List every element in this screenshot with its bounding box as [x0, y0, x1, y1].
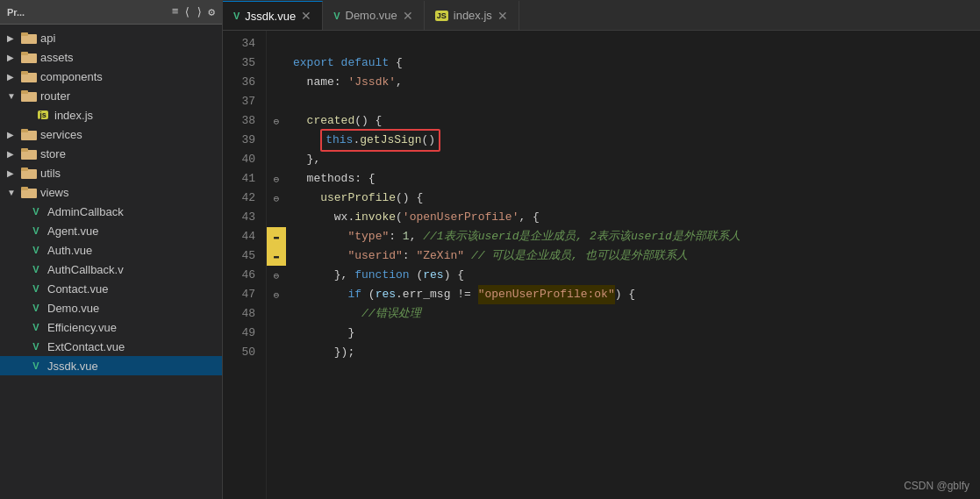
sidebar-item-extcontact[interactable]: V ExtContact.vue [0, 337, 222, 356]
next-icon[interactable]: ⟩ [196, 5, 203, 19]
file-tree: ▶ api ▶ assets ▶ components ▼ router js [0, 25, 222, 499]
code-line-50: }); [286, 343, 980, 362]
folder-icon [21, 70, 37, 82]
arrow-icon: ▶ [7, 53, 21, 62]
folder-icon [21, 167, 37, 179]
line-num: 35 [223, 53, 266, 73]
collapse-icon[interactable]: ≡ [172, 5, 179, 19]
sidebar-item-contact[interactable]: V Contact.vue [0, 279, 222, 298]
code-text [293, 131, 320, 150]
string: "userid" [347, 246, 402, 266]
code-text: () { [396, 189, 423, 208]
sidebar-item-agent[interactable]: V Agent.vue [0, 221, 222, 240]
code-text: ( [410, 266, 424, 285]
keyword: function [354, 266, 409, 285]
function-name: userProfile [320, 189, 396, 208]
vue-file-icon: V [28, 302, 44, 314]
tab-close-button[interactable]: ✕ [497, 10, 508, 22]
method-name: getJsSign [360, 133, 421, 146]
sidebar-item-router[interactable]: ▼ router [0, 86, 222, 105]
sidebar-item-jssdk[interactable]: V Jssdk.vue [0, 356, 222, 375]
sidebar-item-admincallback[interactable]: V AdminCallback [0, 202, 222, 221]
code-text [293, 285, 347, 304]
vue-file-icon: V [28, 340, 44, 353]
code-text: ( [361, 285, 376, 304]
code-text: }, [293, 150, 320, 169]
gutter-cell [267, 208, 286, 227]
code-line-47: if (res.err_msg != "openUserProfile:ok")… [286, 285, 980, 304]
comment: //1表示该userid是企业成员, 2表示该userid是外部联系人 [423, 227, 740, 246]
tab-demo[interactable]: V Demo.vue ✕ [323, 1, 425, 30]
sidebar-item-efficiency[interactable]: V Efficiency.vue [0, 317, 222, 337]
code-line-49: } [286, 324, 980, 343]
svg-rect-9 [21, 129, 28, 132]
code-text: } [293, 324, 354, 343]
code-line-41: methods: { [286, 169, 980, 189]
sidebar-item-auth[interactable]: V Auth.vue [0, 240, 222, 260]
vue-file-icon: V [28, 263, 44, 275]
sidebar-item-label: api [40, 32, 55, 45]
folder-open-icon [21, 89, 37, 102]
folder-icon [21, 51, 37, 63]
sidebar-item-router-index[interactable]: js index.js [0, 105, 222, 125]
line-num: 49 [223, 324, 266, 343]
arrow-icon: ▶ [7, 149, 21, 159]
sidebar-item-label: utils [40, 167, 61, 180]
sidebar-header: Pr... ≡ ⟨ ⟩ ⚙ [0, 0, 222, 25]
sidebar-item-label: store [40, 147, 66, 160]
gutter-cell-arrow: ⊖ [267, 111, 286, 131]
js-tab-icon: JS [435, 11, 448, 21]
sidebar-item-authcallback[interactable]: V AuthCallback.v [0, 260, 222, 279]
code-line-35: export default { [286, 53, 980, 73]
code-line-48: //错误处理 [286, 304, 980, 324]
line-num: 34 [223, 34, 266, 53]
gutter-cell [267, 73, 286, 92]
svg-rect-15 [21, 187, 28, 190]
sidebar-item-services[interactable]: ▶ services [0, 125, 222, 144]
sidebar-item-components[interactable]: ▶ components [0, 67, 222, 86]
prev-icon[interactable]: ⟨ [184, 5, 191, 19]
sidebar-item-demo[interactable]: V Demo.vue [0, 298, 222, 317]
sidebar-item-label: Contact.vue [47, 282, 108, 296]
sidebar-item-label: Agent.vue [47, 225, 99, 238]
string: "openUserProfile:ok" [478, 285, 615, 304]
code-text [293, 246, 347, 266]
string: "type" [347, 227, 389, 246]
sidebar-item-views[interactable]: ▼ views [0, 182, 222, 202]
vue-file-icon: V [28, 360, 44, 372]
code-text: ) { [444, 266, 464, 285]
vue-file-icon: V [28, 225, 44, 237]
sidebar-item-utils[interactable]: ▶ utils [0, 163, 222, 182]
function-name: invoke [354, 208, 396, 227]
folder-open-icon [21, 186, 37, 198]
gutter-cell [267, 34, 286, 53]
code-text: ( [396, 208, 403, 227]
function-name: created [307, 111, 355, 131]
project-title: Pr... [7, 7, 25, 18]
arrow-icon: ▶ [7, 168, 21, 178]
code-text [293, 189, 320, 208]
code-text: wx. [293, 208, 354, 227]
code-line-42: userProfile() { [286, 189, 980, 208]
code-line-40: }, [286, 150, 980, 169]
tab-bar: V Jssdk.vue ✕ V Demo.vue ✕ JS index.js ✕ [223, 0, 980, 31]
tab-label: index.js [454, 9, 492, 22]
line-num: 41 [223, 169, 266, 189]
code-container: 34 35 36 37 38 39 40 41 42 43 44 45 46 4… [223, 31, 980, 499]
line-num: 48 [223, 304, 266, 324]
tab-jssdk[interactable]: V Jssdk.vue ✕ [223, 1, 323, 30]
line-num: 46 [223, 266, 266, 285]
sidebar-item-store[interactable]: ▶ store [0, 144, 222, 163]
gutter-cell [267, 150, 286, 169]
settings-icon[interactable]: ⚙ [208, 5, 215, 19]
tab-index[interactable]: JS index.js ✕ [425, 1, 519, 30]
tab-close-button[interactable]: ✕ [403, 10, 413, 22]
tab-close-button[interactable]: ✕ [301, 10, 311, 22]
sidebar-item-api[interactable]: ▶ api [0, 28, 222, 47]
code-text: .err_msg != [396, 285, 478, 304]
sidebar-item-label: Auth.vue [47, 244, 92, 257]
code-lines[interactable]: export default { name: 'Jssdk', created(… [286, 31, 980, 499]
line-numbers: 34 35 36 37 38 39 40 41 42 43 44 45 46 4… [223, 31, 267, 499]
gutter-cell [267, 92, 286, 111]
sidebar-item-assets[interactable]: ▶ assets [0, 47, 222, 67]
